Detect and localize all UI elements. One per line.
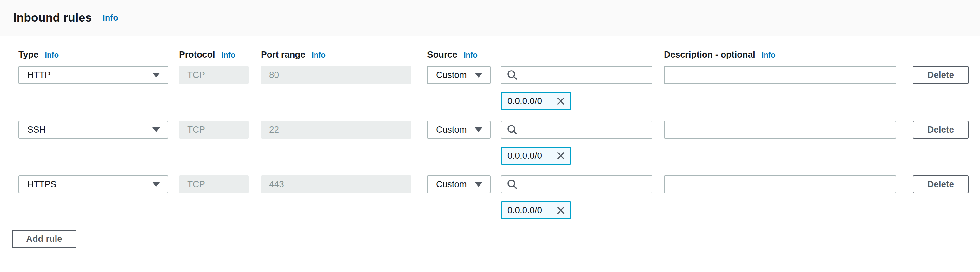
caret-down-icon — [152, 127, 160, 132]
panel-header: Inbound rules Info — [0, 0, 980, 36]
source-type-value: Custom — [436, 125, 470, 135]
cidr-token-label: 0.0.0.0/0 — [508, 96, 556, 106]
protocol-column-header: Protocol Info — [179, 50, 235, 60]
rule-row: SSH TCP 22 Custom Delete — [0, 121, 980, 139]
delete-rule-button[interactable]: Delete — [913, 66, 969, 84]
type-select[interactable]: SSH — [18, 121, 168, 139]
source-search-box[interactable] — [501, 121, 652, 139]
cidr-token-label: 0.0.0.0/0 — [508, 205, 556, 216]
source-column-header: Source Info — [427, 50, 477, 60]
port-range-info-link[interactable]: Info — [312, 51, 326, 59]
source-type-select[interactable]: Custom — [427, 66, 491, 84]
search-icon — [506, 179, 518, 190]
protocol-field: TCP — [179, 66, 249, 84]
search-icon — [506, 69, 518, 81]
type-select-value: SSH — [27, 125, 147, 135]
remove-token-icon[interactable] — [556, 96, 566, 106]
caret-down-icon — [152, 182, 160, 187]
protocol-field: TCP — [179, 121, 249, 139]
delete-rule-button[interactable]: Delete — [913, 175, 969, 193]
source-search-input[interactable] — [521, 176, 652, 192]
source-type-select[interactable]: Custom — [427, 121, 491, 139]
rule-row: HTTPS TCP 443 Custom Delete — [0, 175, 980, 193]
cidr-token: 0.0.0.0/0 — [501, 147, 571, 165]
protocol-value: TCP — [187, 179, 205, 189]
protocol-info-link[interactable]: Info — [221, 51, 235, 59]
search-icon — [506, 124, 518, 135]
source-search-box[interactable] — [501, 66, 652, 84]
page-title: Inbound rules — [13, 11, 92, 24]
caret-down-icon — [475, 73, 482, 78]
remove-token-icon[interactable] — [556, 150, 566, 161]
source-info-link[interactable]: Info — [464, 51, 477, 59]
column-headers: Type Info Protocol Info Port range Info … — [0, 50, 980, 60]
protocol-field: TCP — [179, 175, 249, 193]
description-input[interactable] — [664, 66, 896, 84]
port-range-value: 22 — [269, 125, 279, 135]
source-chip-row: 0.0.0.0/0 — [0, 202, 980, 219]
type-info-link[interactable]: Info — [45, 51, 59, 59]
description-info-link[interactable]: Info — [762, 51, 776, 59]
caret-down-icon — [475, 182, 482, 187]
caret-down-icon — [152, 73, 160, 78]
port-range-field: 22 — [261, 121, 411, 139]
protocol-value: TCP — [187, 125, 205, 135]
type-select[interactable]: HTTP — [18, 66, 168, 84]
title-info-link[interactable]: Info — [102, 13, 118, 23]
port-range-value: 443 — [269, 179, 284, 189]
remove-token-icon[interactable] — [556, 205, 566, 216]
port-range-value: 80 — [269, 70, 279, 80]
source-type-select[interactable]: Custom — [427, 175, 491, 193]
cidr-token: 0.0.0.0/0 — [501, 202, 571, 219]
protocol-column-label: Protocol — [179, 50, 215, 60]
source-type-value: Custom — [436, 70, 470, 80]
caret-down-icon — [475, 127, 482, 132]
source-search-box[interactable] — [501, 175, 652, 193]
source-type-value: Custom — [436, 179, 470, 189]
type-column-header: Type Info — [18, 50, 59, 60]
delete-rule-button[interactable]: Delete — [913, 121, 969, 139]
rule-row: HTTP TCP 80 Custom Delete — [0, 66, 980, 84]
source-search-input[interactable] — [521, 122, 652, 138]
description-input[interactable] — [664, 175, 896, 193]
source-chip-row: 0.0.0.0/0 — [0, 147, 980, 165]
add-rule-row: Add rule — [0, 230, 980, 248]
source-chip-row: 0.0.0.0/0 — [0, 92, 980, 110]
description-column-header: Description - optional Info — [664, 50, 776, 60]
description-input[interactable] — [664, 121, 896, 139]
type-select[interactable]: HTTPS — [18, 175, 168, 193]
protocol-value: TCP — [187, 70, 205, 80]
source-column-label: Source — [427, 50, 457, 60]
add-rule-button[interactable]: Add rule — [12, 230, 76, 248]
port-range-field: 80 — [261, 66, 411, 84]
type-select-value: HTTPS — [27, 179, 147, 189]
description-column-label: Description - optional — [664, 50, 755, 60]
inbound-rules-editor: Type Info Protocol Info Port range Info … — [0, 36, 980, 248]
cidr-token: 0.0.0.0/0 — [501, 92, 571, 110]
port-range-column-label: Port range — [261, 50, 305, 60]
port-range-column-header: Port range Info — [261, 50, 326, 60]
port-range-field: 443 — [261, 175, 411, 193]
type-select-value: HTTP — [27, 70, 147, 80]
source-search-input[interactable] — [521, 67, 652, 83]
cidr-token-label: 0.0.0.0/0 — [508, 150, 556, 161]
type-column-label: Type — [18, 50, 38, 60]
